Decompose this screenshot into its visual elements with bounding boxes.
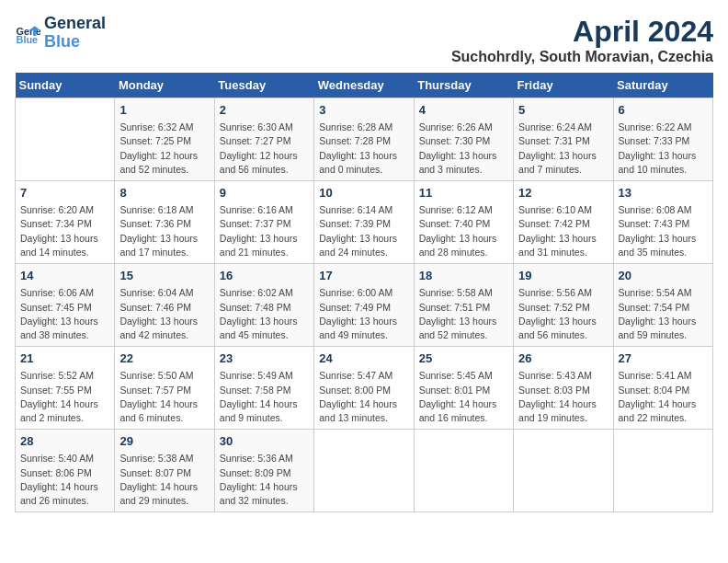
weekday-header-friday: Friday (514, 73, 613, 98)
calendar-cell: 22Sunrise: 5:50 AMSunset: 7:57 PMDayligh… (115, 347, 214, 430)
calendar-week-2: 7Sunrise: 6:20 AMSunset: 7:34 PMDaylight… (16, 181, 713, 264)
calendar-cell (514, 430, 613, 512)
header: General Blue General Blue April 2024 Suc… (15, 15, 713, 65)
day-info: Sunrise: 5:45 AMSunset: 8:01 PMDaylight:… (419, 369, 508, 425)
day-number: 16 (220, 268, 309, 284)
weekday-header-monday: Monday (115, 73, 214, 98)
calendar-cell: 6Sunrise: 6:22 AMSunset: 7:33 PMDaylight… (613, 98, 712, 181)
day-number: 9 (220, 185, 309, 201)
calendar-cell: 17Sunrise: 6:00 AMSunset: 7:49 PMDayligh… (314, 264, 414, 347)
day-number: 18 (419, 268, 508, 284)
day-number: 6 (619, 102, 708, 119)
day-number: 13 (619, 185, 708, 201)
day-info: Sunrise: 6:26 AMSunset: 7:30 PMDaylight:… (419, 121, 508, 177)
calendar-cell: 10Sunrise: 6:14 AMSunset: 7:39 PMDayligh… (314, 181, 414, 264)
day-number: 21 (20, 350, 109, 367)
calendar-cell (16, 98, 115, 181)
day-info: Sunrise: 5:43 AMSunset: 8:03 PMDaylight:… (518, 369, 608, 425)
day-number: 24 (319, 350, 408, 367)
calendar-cell: 15Sunrise: 6:04 AMSunset: 7:46 PMDayligh… (115, 264, 214, 347)
day-number: 12 (518, 185, 608, 201)
calendar-cell: 12Sunrise: 6:10 AMSunset: 7:42 PMDayligh… (514, 181, 613, 264)
day-number: 17 (319, 268, 408, 284)
day-number: 20 (619, 268, 708, 284)
day-info: Sunrise: 6:22 AMSunset: 7:33 PMDaylight:… (619, 121, 708, 177)
calendar-cell: 2Sunrise: 6:30 AMSunset: 7:27 PMDaylight… (214, 98, 313, 181)
calendar-week-5: 28Sunrise: 5:40 AMSunset: 8:06 PMDayligh… (16, 430, 713, 512)
day-number: 28 (20, 433, 109, 450)
day-number: 7 (20, 185, 109, 201)
day-number: 15 (119, 268, 209, 284)
day-info: Sunrise: 6:18 AMSunset: 7:36 PMDaylight:… (119, 203, 209, 259)
day-number: 29 (119, 433, 209, 450)
weekday-header-wednesday: Wednesday (314, 73, 414, 98)
calendar-cell: 30Sunrise: 5:36 AMSunset: 8:09 PMDayligh… (214, 430, 313, 512)
calendar-cell (314, 430, 414, 512)
day-info: Sunrise: 6:10 AMSunset: 7:42 PMDaylight:… (518, 203, 608, 259)
calendar-cell: 25Sunrise: 5:45 AMSunset: 8:01 PMDayligh… (414, 347, 513, 430)
day-number: 22 (119, 350, 209, 367)
calendar-cell: 7Sunrise: 6:20 AMSunset: 7:34 PMDaylight… (16, 181, 115, 264)
calendar-cell: 13Sunrise: 6:08 AMSunset: 7:43 PMDayligh… (613, 181, 712, 264)
day-info: Sunrise: 6:24 AMSunset: 7:31 PMDaylight:… (518, 121, 608, 177)
calendar-cell: 8Sunrise: 6:18 AMSunset: 7:36 PMDaylight… (115, 181, 214, 264)
calendar-cell: 27Sunrise: 5:41 AMSunset: 8:04 PMDayligh… (613, 347, 712, 430)
day-number: 2 (220, 102, 309, 119)
day-info: Sunrise: 6:06 AMSunset: 7:45 PMDaylight:… (20, 286, 109, 342)
calendar-cell: 5Sunrise: 6:24 AMSunset: 7:31 PMDaylight… (514, 98, 613, 181)
title-block: April 2024 Suchohrdly, South Moravian, C… (451, 15, 713, 65)
day-number: 30 (220, 433, 309, 450)
day-number: 19 (518, 268, 608, 284)
calendar-week-4: 21Sunrise: 5:52 AMSunset: 7:55 PMDayligh… (16, 347, 713, 430)
day-number: 14 (20, 268, 109, 284)
calendar-cell: 16Sunrise: 6:02 AMSunset: 7:48 PMDayligh… (214, 264, 313, 347)
day-info: Sunrise: 6:32 AMSunset: 7:25 PMDaylight:… (119, 121, 209, 177)
calendar-body: 1Sunrise: 6:32 AMSunset: 7:25 PMDaylight… (16, 98, 713, 512)
day-info: Sunrise: 5:47 AMSunset: 8:00 PMDaylight:… (319, 369, 408, 425)
logo-icon: General Blue (15, 20, 40, 46)
day-number: 23 (220, 350, 309, 367)
calendar-cell: 28Sunrise: 5:40 AMSunset: 8:06 PMDayligh… (16, 430, 115, 512)
day-info: Sunrise: 6:30 AMSunset: 7:27 PMDaylight:… (220, 121, 309, 177)
day-info: Sunrise: 6:28 AMSunset: 7:28 PMDaylight:… (319, 121, 408, 177)
weekday-header-tuesday: Tuesday (214, 73, 313, 98)
calendar-cell: 20Sunrise: 5:54 AMSunset: 7:54 PMDayligh… (613, 264, 712, 347)
calendar-cell: 23Sunrise: 5:49 AMSunset: 7:58 PMDayligh… (214, 347, 313, 430)
day-info: Sunrise: 6:12 AMSunset: 7:40 PMDaylight:… (419, 203, 508, 259)
day-info: Sunrise: 5:56 AMSunset: 7:52 PMDaylight:… (518, 286, 608, 342)
day-number: 27 (619, 350, 708, 367)
calendar-cell: 19Sunrise: 5:56 AMSunset: 7:52 PMDayligh… (514, 264, 613, 347)
day-info: Sunrise: 5:38 AMSunset: 8:07 PMDaylight:… (119, 452, 209, 508)
calendar-cell: 21Sunrise: 5:52 AMSunset: 7:55 PMDayligh… (16, 347, 115, 430)
day-info: Sunrise: 5:36 AMSunset: 8:09 PMDaylight:… (220, 452, 309, 508)
logo: General Blue General Blue (15, 15, 106, 52)
calendar-cell: 3Sunrise: 6:28 AMSunset: 7:28 PMDaylight… (314, 98, 414, 181)
weekday-header-sunday: Sunday (16, 73, 115, 98)
calendar-cell: 26Sunrise: 5:43 AMSunset: 8:03 PMDayligh… (514, 347, 613, 430)
day-number: 11 (419, 185, 508, 201)
day-info: Sunrise: 6:16 AMSunset: 7:37 PMDaylight:… (220, 203, 309, 259)
day-info: Sunrise: 6:00 AMSunset: 7:49 PMDaylight:… (319, 286, 408, 342)
day-info: Sunrise: 5:41 AMSunset: 8:04 PMDaylight:… (619, 369, 708, 425)
calendar-cell: 4Sunrise: 6:26 AMSunset: 7:30 PMDaylight… (414, 98, 513, 181)
calendar-week-3: 14Sunrise: 6:06 AMSunset: 7:45 PMDayligh… (16, 264, 713, 347)
calendar-cell: 18Sunrise: 5:58 AMSunset: 7:51 PMDayligh… (414, 264, 513, 347)
calendar-cell (414, 430, 513, 512)
calendar-cell: 24Sunrise: 5:47 AMSunset: 8:00 PMDayligh… (314, 347, 414, 430)
day-number: 3 (319, 102, 408, 119)
day-number: 8 (119, 185, 209, 201)
weekday-header-row: SundayMondayTuesdayWednesdayThursdayFrid… (16, 73, 713, 98)
day-info: Sunrise: 6:04 AMSunset: 7:46 PMDaylight:… (119, 286, 209, 342)
day-info: Sunrise: 6:20 AMSunset: 7:34 PMDaylight:… (20, 203, 109, 259)
day-number: 1 (119, 102, 209, 119)
day-number: 25 (419, 350, 508, 367)
day-number: 10 (319, 185, 408, 201)
day-info: Sunrise: 5:50 AMSunset: 7:57 PMDaylight:… (119, 369, 209, 425)
day-info: Sunrise: 5:52 AMSunset: 7:55 PMDaylight:… (20, 369, 109, 425)
calendar-cell: 29Sunrise: 5:38 AMSunset: 8:07 PMDayligh… (115, 430, 214, 512)
main-title: April 2024 (451, 15, 713, 49)
calendar-cell: 9Sunrise: 6:16 AMSunset: 7:37 PMDaylight… (214, 181, 313, 264)
logo-text: General Blue (44, 15, 106, 52)
day-info: Sunrise: 6:14 AMSunset: 7:39 PMDaylight:… (319, 203, 408, 259)
day-number: 26 (518, 350, 608, 367)
